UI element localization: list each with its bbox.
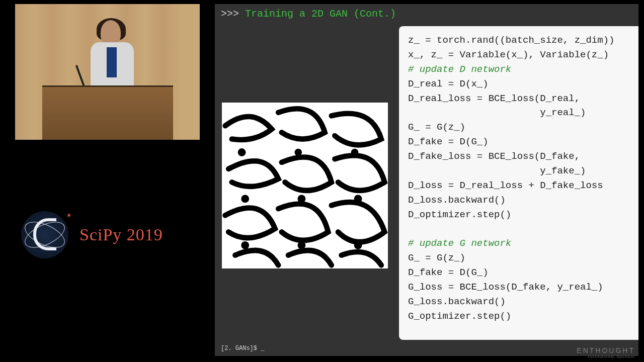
code-line: z_ = torch.rand((batch_size, z_dim)): [408, 35, 614, 46]
code-line: G_loss = BCE_loss(D_fake, y_real_): [408, 282, 603, 293]
svg-point-4: [241, 195, 249, 203]
code-line: G_ = G(z_): [408, 252, 465, 263]
presentation-slide: >>> Training a 2D GAN (Cont.): [215, 4, 638, 356]
code-line: D_real = D(x_): [408, 78, 489, 89]
svg-point-6: [354, 195, 362, 203]
svg-point-3: [351, 149, 359, 156]
podium: [42, 85, 173, 140]
svg-point-2: [295, 149, 302, 156]
code-line: y_fake_): [408, 165, 586, 176]
speaker-video-inset: [15, 4, 200, 140]
code-comment: # update G network: [408, 238, 511, 249]
scipy-logo-icon: ✶: [21, 211, 68, 258]
code-comment: # update D network: [408, 64, 511, 75]
code-line: G_loss.backward(): [408, 296, 506, 307]
code-listing: z_ = torch.rand((batch_size, z_dim)) x_,…: [399, 26, 638, 340]
prompt-symbol: >>>: [221, 8, 239, 20]
svg-point-8: [297, 241, 305, 249]
svg-point-9: [354, 241, 362, 249]
code-line: G_ = G(z_): [408, 122, 465, 133]
svg-point-1: [238, 148, 246, 156]
conference-branding: ✶ SciPy 2019: [21, 211, 163, 258]
svg-point-7: [241, 241, 249, 249]
code-line: D_loss = D_real_loss + D_fake_loss: [408, 180, 603, 191]
code-line: D_fake_loss = BCE_loss(D_fake,: [408, 151, 580, 162]
code-line: G_optimizer.step(): [408, 311, 511, 322]
conference-name: SciPy 2019: [79, 225, 163, 244]
code-line: x_, z_ = Variable(x_), Variable(z_): [408, 49, 609, 60]
slide-title: Training a 2D GAN (Cont.): [245, 8, 396, 20]
code-line: D_fake = D(G_): [408, 267, 489, 278]
code-line: y_real_): [408, 107, 586, 118]
code-line: D_fake = D(G_): [408, 136, 489, 147]
code-line: D_optimizer.step(): [408, 209, 511, 220]
svg-point-5: [297, 195, 305, 203]
terminal-footer-prompt: [2. GANs]$ _: [221, 345, 264, 352]
sponsor-subtitle: Institutional Sponsor: [577, 354, 635, 359]
slide-title-bar: >>> Training a 2D GAN (Cont.): [215, 4, 638, 23]
code-line: D_loss.backward(): [408, 195, 506, 206]
code-line: D_real_loss = BCE_loss(D_real,: [408, 93, 580, 104]
sponsor-watermark: ENTHOUGHT Institutional Sponsor: [577, 346, 635, 359]
sponsor-brand: ENTHOUGHT: [577, 346, 635, 354]
generated-image-panel: [222, 103, 388, 268]
